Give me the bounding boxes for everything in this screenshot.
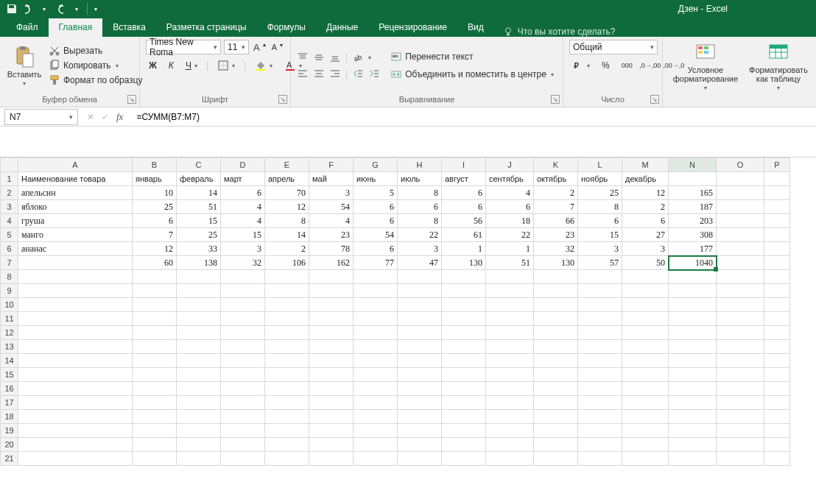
cell-P8[interactable] xyxy=(764,270,790,284)
cell-K12[interactable] xyxy=(534,326,578,340)
row-header-5[interactable]: 5 xyxy=(1,228,18,242)
cell-D16[interactable] xyxy=(221,382,265,396)
cell-F19[interactable] xyxy=(309,424,354,438)
cell-I15[interactable] xyxy=(442,368,486,382)
cell-G8[interactable] xyxy=(354,270,398,284)
cell-D4[interactable]: 4 xyxy=(221,214,265,228)
cell-O12[interactable] xyxy=(717,326,764,340)
cell-C6[interactable]: 33 xyxy=(177,242,221,256)
cell-K1[interactable]: октябрь xyxy=(534,172,578,186)
cell-I9[interactable] xyxy=(442,284,486,298)
cell-M3[interactable]: 2 xyxy=(622,200,669,214)
cell-N6[interactable]: 177 xyxy=(669,242,717,256)
cell-C21[interactable] xyxy=(177,452,221,466)
cell-F12[interactable] xyxy=(309,326,354,340)
cell-H9[interactable] xyxy=(398,284,442,298)
cell-P12[interactable] xyxy=(764,326,790,340)
cell-O2[interactable] xyxy=(717,186,764,200)
cell-O18[interactable] xyxy=(717,410,764,424)
cell-M9[interactable] xyxy=(622,284,669,298)
cell-E20[interactable] xyxy=(265,438,309,452)
cut-button[interactable]: Вырезать xyxy=(46,44,146,57)
format-painter-button[interactable]: Формат по образцу xyxy=(46,74,146,87)
cell-A20[interactable] xyxy=(18,438,133,452)
cell-J17[interactable] xyxy=(486,396,534,410)
cell-H17[interactable] xyxy=(398,396,442,410)
grow-font-button[interactable]: A▴ xyxy=(252,42,267,53)
caret-down-icon[interactable]: ▾ xyxy=(71,3,82,15)
cell-O17[interactable] xyxy=(717,396,764,410)
cell-I20[interactable] xyxy=(442,438,486,452)
cell-E17[interactable] xyxy=(265,396,309,410)
row-header-12[interactable]: 12 xyxy=(1,326,18,340)
cell-M1[interactable]: декабрь xyxy=(622,172,669,186)
cell-E15[interactable] xyxy=(265,368,309,382)
cell-B13[interactable] xyxy=(133,340,177,354)
cell-K4[interactable]: 66 xyxy=(534,214,578,228)
font-size-select[interactable]: 11▾ xyxy=(224,40,249,54)
tab-formulas[interactable]: Формулы xyxy=(257,18,316,37)
cell-L16[interactable] xyxy=(578,382,622,396)
row-header-19[interactable]: 19 xyxy=(1,424,18,438)
cell-G3[interactable]: 6 xyxy=(354,200,398,214)
cell-L12[interactable] xyxy=(578,326,622,340)
cell-K2[interactable]: 2 xyxy=(534,186,578,200)
cell-K9[interactable] xyxy=(534,284,578,298)
cell-M2[interactable]: 12 xyxy=(622,186,669,200)
cell-F8[interactable] xyxy=(309,270,354,284)
row-header-2[interactable]: 2 xyxy=(1,186,18,200)
cell-E3[interactable]: 12 xyxy=(265,200,309,214)
row-header-21[interactable]: 21 xyxy=(1,452,18,466)
cell-P6[interactable] xyxy=(764,242,790,256)
cell-L7[interactable]: 57 xyxy=(578,256,622,270)
cell-G12[interactable] xyxy=(354,326,398,340)
cell-J13[interactable] xyxy=(486,340,534,354)
cell-A21[interactable] xyxy=(18,452,133,466)
cell-F21[interactable] xyxy=(309,452,354,466)
cell-D5[interactable]: 15 xyxy=(221,228,265,242)
cell-P17[interactable] xyxy=(764,396,790,410)
cell-K5[interactable]: 23 xyxy=(534,228,578,242)
cell-I1[interactable]: август xyxy=(442,172,486,186)
dialog-launcher-icon[interactable]: ↘ xyxy=(127,95,136,104)
col-header-P[interactable]: P xyxy=(764,158,790,172)
cell-C10[interactable] xyxy=(177,298,221,312)
cell-O19[interactable] xyxy=(717,424,764,438)
cell-F20[interactable] xyxy=(309,438,354,452)
cell-G4[interactable]: 6 xyxy=(354,214,398,228)
cell-K19[interactable] xyxy=(534,424,578,438)
cell-J19[interactable] xyxy=(486,424,534,438)
conditional-formatting-button[interactable]: Условное форматирование▾ xyxy=(669,39,742,93)
col-header-N[interactable]: N xyxy=(669,158,717,172)
cell-G15[interactable] xyxy=(354,368,398,382)
cell-E16[interactable] xyxy=(265,382,309,396)
cell-N14[interactable] xyxy=(669,354,717,368)
align-center-icon[interactable] xyxy=(313,68,325,79)
cell-L6[interactable]: 3 xyxy=(578,242,622,256)
cell-P13[interactable] xyxy=(764,340,790,354)
cell-O1[interactable] xyxy=(717,172,764,186)
cell-E14[interactable] xyxy=(265,354,309,368)
cell-E10[interactable] xyxy=(265,298,309,312)
cell-H14[interactable] xyxy=(398,354,442,368)
cell-I7[interactable]: 130 xyxy=(442,256,486,270)
cell-C9[interactable] xyxy=(177,284,221,298)
formula-input[interactable] xyxy=(130,109,816,125)
cell-B20[interactable] xyxy=(133,438,177,452)
row-header-18[interactable]: 18 xyxy=(1,410,18,424)
cell-P19[interactable] xyxy=(764,424,790,438)
col-header-O[interactable]: O xyxy=(717,158,764,172)
cell-G1[interactable]: июнь xyxy=(354,172,398,186)
cell-L2[interactable]: 25 xyxy=(578,186,622,200)
cell-N20[interactable] xyxy=(669,438,717,452)
cell-B19[interactable] xyxy=(133,424,177,438)
increase-decimal-button[interactable]: ,0→,00 xyxy=(641,59,659,72)
cell-L10[interactable] xyxy=(578,298,622,312)
cell-H16[interactable] xyxy=(398,382,442,396)
dialog-launcher-icon[interactable]: ↘ xyxy=(650,95,659,104)
cancel-formula-icon[interactable]: ✕ xyxy=(87,112,94,122)
col-header-M[interactable]: M xyxy=(622,158,669,172)
cell-A14[interactable] xyxy=(18,354,133,368)
cell-H11[interactable] xyxy=(398,312,442,326)
bold-button[interactable]: Ж xyxy=(146,60,160,71)
